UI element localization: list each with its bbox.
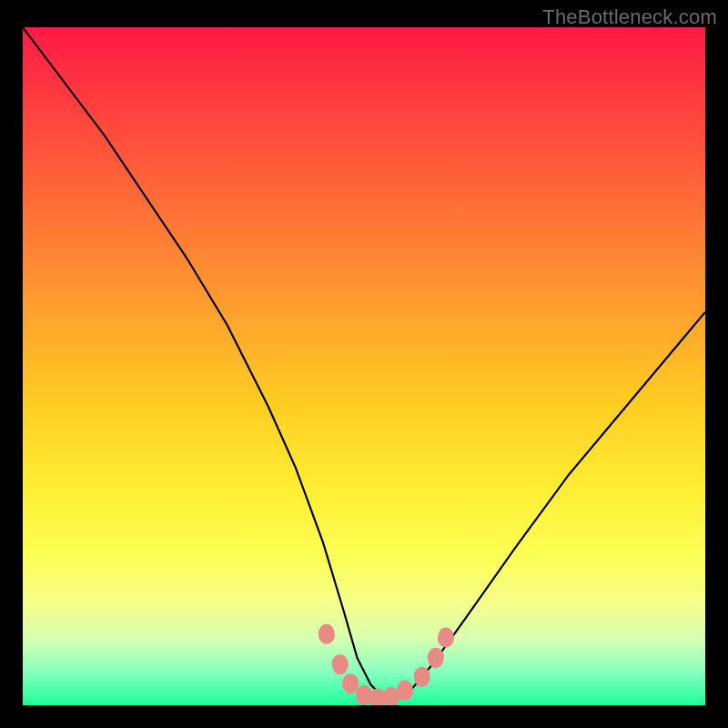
marker-layer	[23, 27, 705, 705]
chart-frame: TheBottleneck.com	[0, 0, 728, 728]
watermark-text: TheBottleneck.com	[542, 5, 717, 29]
marker-dot	[383, 689, 394, 702]
marker-dot	[414, 669, 425, 682]
plot-area	[23, 27, 705, 705]
marker-dot	[324, 630, 335, 642]
marker-dot	[402, 686, 413, 699]
marker-dot	[348, 675, 359, 688]
marker-dot	[332, 656, 343, 669]
marker-dot	[438, 633, 449, 646]
marker-dot	[433, 650, 444, 662]
marker-dot	[356, 691, 367, 703]
